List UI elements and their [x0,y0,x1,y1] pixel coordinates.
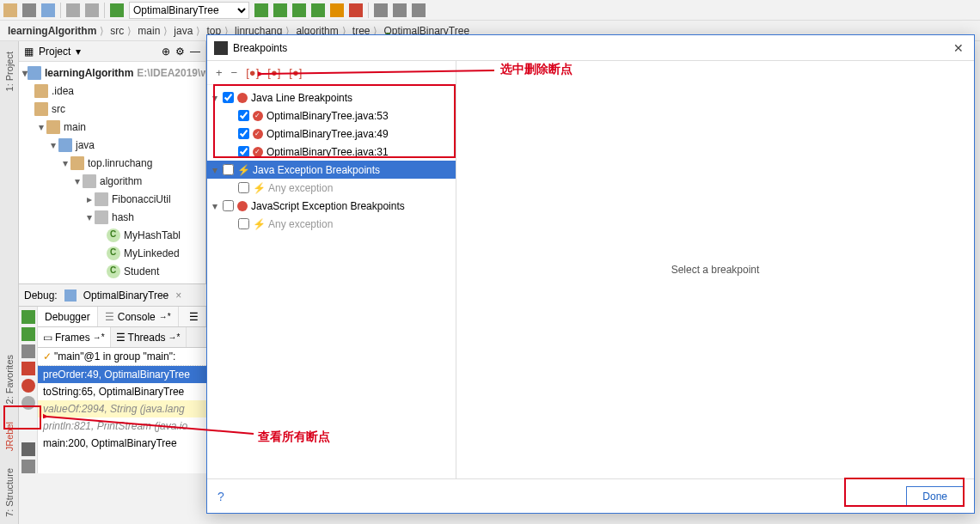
debug-config-icon [64,289,77,302]
add-bp-button[interactable]: + [216,66,223,79]
tree-row[interactable]: ▸FibonacciUtil [19,190,205,208]
jrebel-tool-tab[interactable]: JRebel [3,415,16,458]
favorites-tool-tab[interactable]: 2: Favorites [3,348,16,411]
project-panel-title: Project [39,46,70,58]
debugger-tab[interactable]: Debugger [38,307,98,326]
bp-item-checkbox[interactable] [238,146,249,157]
project-tree[interactable]: ▾ learningAlgorithm E:\IDEA2019\wo .idea… [19,62,205,283]
tree-row[interactable]: MyHashTabl [19,226,205,244]
bp-item[interactable]: OptimalBinaryTree.java:49 [207,125,456,143]
mute-bp-icon[interactable] [21,396,35,410]
coverage-icon[interactable] [292,3,306,17]
bp-group[interactable]: ▾JavaScript Exception Breakpoints [207,197,456,215]
tree-row[interactable]: .idea [19,82,205,100]
tree-row[interactable]: ▾hash [19,208,205,226]
bp-item-checkbox[interactable] [238,182,249,193]
remove-bp-button[interactable]: − [231,66,238,79]
bp-group-label: Java Exception Breakpoints [253,164,380,176]
tree-row[interactable]: src [19,100,205,118]
collapse-icon[interactable]: ⊕ [162,46,170,58]
gear-icon[interactable]: ⚙ [175,46,185,58]
bp-item[interactable]: ⚡Any exception [207,179,456,197]
bp-group-icon[interactable]: [●] [246,66,259,79]
bp-item-checkbox[interactable] [238,110,249,121]
bp-group-checkbox[interactable] [223,164,234,175]
bp-group-checkbox[interactable] [223,92,234,103]
hammer-icon[interactable] [110,3,124,17]
tree-label: java [76,139,95,151]
crumb[interactable]: main [133,25,162,37]
app-icon [214,41,228,55]
run-icon[interactable] [254,3,268,17]
stop-icon[interactable] [21,362,35,375]
profile-icon[interactable] [311,3,325,17]
debug-more-icon[interactable]: ☰ [182,307,206,326]
attach-icon[interactable] [330,3,344,17]
run-config-select[interactable]: OptimalBinaryTree [129,2,249,19]
close-icon[interactable]: ✕ [950,41,967,55]
dialog-title: Breakpoints [233,42,950,54]
view-breakpoints-icon[interactable] [21,379,35,393]
stop-icon[interactable] [349,3,363,17]
settings-icon[interactable] [21,460,35,473]
project-panel-header: ▦ Project ▾ ⊕ ⚙ — [19,41,205,62]
frames-tab[interactable]: ▭Frames→* [38,327,111,347]
save-icon[interactable] [22,3,36,17]
project-tool-tab[interactable]: 1: Project [3,45,16,98]
tree-label: Student [124,265,159,277]
bp-item[interactable]: OptimalBinaryTree.java:31 [207,143,456,161]
debug-icon[interactable] [273,3,287,17]
open-icon[interactable] [3,3,17,17]
frame-row[interactable]: toString:65, OptimalBinaryTree [38,383,206,400]
bp-group-checkbox[interactable] [223,200,234,211]
class-icon [107,265,120,278]
project-root[interactable]: ▾ learningAlgorithm E:\IDEA2019\wo [19,64,205,82]
breakpoints-dialog: Breakpoints ✕ + − [●] [●] [●] ▾Java Line… [206,34,975,514]
pause-icon[interactable] [21,344,35,358]
separator [60,3,61,18]
thread-hit[interactable]: ✓"main"@1 in group "main": [38,348,206,366]
camera-icon[interactable] [21,442,35,456]
structure-tool-tab[interactable]: 7: Structure [3,461,16,524]
module-icon [28,66,41,80]
svg-line-0 [262,70,494,74]
frame-row[interactable]: preOrder:49, OptimalBinaryTree [38,366,206,383]
rerun-icon[interactable] [21,310,35,324]
resume-icon[interactable] [21,327,35,341]
bp-item[interactable]: OptimalBinaryTree.java:53 [207,107,456,125]
done-button[interactable]: Done [906,486,964,507]
crumb[interactable]: java [169,25,194,37]
hide-icon[interactable]: — [190,46,200,58]
tree-row[interactable]: MyLinkeded [19,244,205,262]
folder-blue-icon [58,138,72,152]
bp-item-label: OptimalBinaryTree.java:49 [266,128,389,140]
tree-row[interactable]: ▾main [19,118,205,136]
tree-row[interactable]: ▾java [19,136,205,154]
bp-item-checkbox[interactable] [238,128,249,139]
bp-group[interactable]: ▾Java Line Breakpoints [207,88,456,107]
help-icon[interactable]: ? [217,490,224,503]
bp-item[interactable]: ⚡Any exception [207,215,456,233]
bp-item-checkbox[interactable] [238,218,249,229]
tree-row[interactable]: Student [19,262,205,280]
vcs-icon[interactable] [374,3,388,17]
undo-icon[interactable] [66,3,80,17]
folder-icon [70,156,84,170]
dialog-titlebar[interactable]: Breakpoints ✕ [207,35,974,61]
breakpoint-detail-panel: Select a breakpoint [456,61,974,478]
tree-row[interactable]: ▾algorithm [19,172,205,190]
console-tab[interactable]: ☰Console→* [98,307,179,326]
tree-label: top.linruchang [88,157,152,169]
threads-tab[interactable]: ☰Threads→* [111,327,187,347]
crumb[interactable]: src [106,25,126,37]
structure-icon[interactable] [412,3,426,17]
pkg-icon [95,210,108,224]
redo-icon[interactable] [85,3,99,17]
crumb[interactable]: learningAlgorithm [3,25,98,37]
tree-row[interactable]: ▾top.linruchang [19,154,205,172]
bp-group-label: Java Line Breakpoints [251,92,352,104]
refresh-icon[interactable] [41,3,55,17]
search-icon[interactable] [393,3,407,17]
project-root-name: learningAlgorithm [45,67,133,79]
bp-group[interactable]: ▾⚡Java Exception Breakpoints [207,161,456,179]
